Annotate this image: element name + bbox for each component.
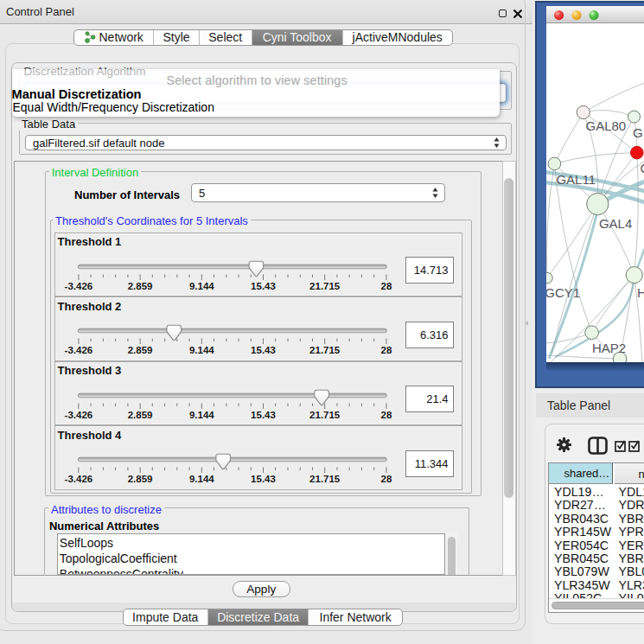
svg-text:28: 28 <box>381 280 392 290</box>
svg-text:-3.426: -3.426 <box>65 474 93 484</box>
svg-text:9.144: 9.144 <box>189 345 214 355</box>
svg-text:15.43: 15.43 <box>251 280 276 290</box>
svg-text:GAL80: GAL80 <box>585 118 626 133</box>
svg-text:9.144: 9.144 <box>189 409 214 419</box>
svg-text:28: 28 <box>381 474 392 484</box>
svg-text:15.43: 15.43 <box>251 345 276 355</box>
svg-text:9.144: 9.144 <box>189 280 214 290</box>
svg-text:21.715: 21.715 <box>309 345 341 355</box>
svg-text:GCY1: GCY1 <box>546 286 580 301</box>
svg-text:2.859: 2.859 <box>128 280 153 290</box>
svg-text:-3.426: -3.426 <box>65 280 93 290</box>
svg-text:-3.426: -3.426 <box>65 345 93 355</box>
svg-text:21.715: 21.715 <box>309 409 341 419</box>
svg-text:H: H <box>637 286 644 301</box>
svg-text:2.859: 2.859 <box>128 345 153 355</box>
svg-text:2.859: 2.859 <box>128 409 153 419</box>
svg-text:28: 28 <box>381 345 392 355</box>
svg-text:C: C <box>640 161 644 175</box>
svg-text:15.43: 15.43 <box>251 474 276 484</box>
svg-text:21.715: 21.715 <box>309 280 341 290</box>
svg-text:G.: G. <box>633 125 644 140</box>
svg-text:21.715: 21.715 <box>309 474 341 484</box>
svg-text:9.144: 9.144 <box>189 474 214 484</box>
svg-text:2.859: 2.859 <box>128 474 153 484</box>
svg-text:HAP2: HAP2 <box>592 341 626 355</box>
svg-text:-3.426: -3.426 <box>65 409 93 419</box>
svg-text:28: 28 <box>381 409 392 419</box>
svg-text:GAL4: GAL4 <box>598 216 631 231</box>
svg-text:GAL11: GAL11 <box>556 172 596 187</box>
svg-text:15.43: 15.43 <box>251 409 276 419</box>
